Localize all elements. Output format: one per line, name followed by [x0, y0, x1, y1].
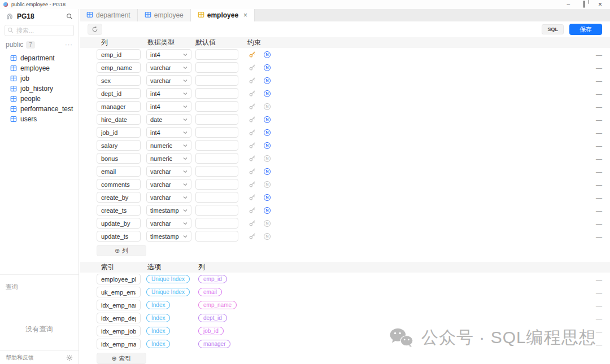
column-name-input[interactable]	[97, 231, 141, 242]
sql-button[interactable]: SQL	[542, 24, 564, 34]
index-name-input[interactable]	[97, 326, 141, 336]
primary-key-icon[interactable]	[249, 207, 256, 214]
refresh-button[interactable]	[88, 24, 102, 35]
tab-department-0[interactable]: department	[80, 9, 138, 21]
not-null-icon[interactable]: N	[264, 155, 271, 162]
column-type-select[interactable]: numeric	[146, 140, 191, 151]
not-null-icon[interactable]: N	[264, 220, 271, 227]
search-icon[interactable]	[66, 13, 73, 20]
index-column-tag[interactable]: emp_id	[198, 275, 227, 283]
primary-key-icon[interactable]	[249, 64, 256, 71]
tab-employee-1[interactable]: employee	[138, 9, 191, 21]
index-option-tag[interactable]: Index	[146, 340, 170, 348]
column-type-select[interactable]: varchar	[146, 62, 191, 73]
column-default-input[interactable]	[195, 75, 238, 86]
column-name-input[interactable]	[97, 75, 141, 86]
not-null-icon[interactable]: N	[264, 51, 271, 58]
not-null-icon[interactable]: N	[264, 77, 271, 84]
index-name-input[interactable]	[97, 300, 141, 310]
column-name-input[interactable]	[97, 62, 141, 73]
primary-key-icon[interactable]	[249, 220, 256, 227]
not-null-icon[interactable]: N	[264, 64, 271, 71]
index-name-input[interactable]	[97, 313, 141, 323]
not-null-icon[interactable]: N	[264, 90, 271, 97]
not-null-icon[interactable]: N	[264, 168, 271, 175]
column-type-select[interactable]: numeric	[146, 153, 191, 164]
column-name-input[interactable]	[97, 153, 141, 164]
column-default-input[interactable]	[195, 127, 238, 138]
restore-button[interactable]	[583, 2, 585, 7]
column-name-input[interactable]	[97, 101, 141, 112]
schema-row[interactable]: public 7 ···	[0, 40, 79, 50]
index-option-tag[interactable]: Index	[146, 314, 170, 322]
column-type-select[interactable]: varchar	[146, 166, 191, 177]
column-default-input[interactable]	[195, 140, 238, 151]
column-name-input[interactable]	[97, 88, 141, 99]
primary-key-icon[interactable]	[249, 51, 256, 58]
column-default-input[interactable]	[195, 205, 238, 216]
sidebar-item-people[interactable]: people	[0, 94, 79, 104]
column-default-input[interactable]	[195, 218, 238, 229]
column-default-input[interactable]	[195, 88, 238, 99]
column-default-input[interactable]	[195, 231, 238, 242]
not-null-icon[interactable]: N	[264, 116, 271, 123]
column-name-input[interactable]	[97, 49, 141, 60]
index-name-input[interactable]	[97, 339, 141, 349]
column-type-select[interactable]: varchar	[146, 179, 191, 190]
column-type-select[interactable]: varchar	[146, 218, 191, 229]
index-option-tag[interactable]: Index	[146, 301, 170, 309]
save-button[interactable]: 保存	[569, 24, 602, 35]
column-name-input[interactable]	[97, 140, 141, 151]
column-type-select[interactable]: int4	[146, 49, 191, 60]
column-name-input[interactable]	[97, 205, 141, 216]
column-default-input[interactable]	[195, 192, 238, 203]
index-column-tag[interactable]: job_id	[198, 327, 224, 335]
not-null-icon[interactable]: N	[264, 194, 271, 201]
primary-key-icon[interactable]	[249, 181, 256, 188]
column-type-select[interactable]: timestamp	[146, 205, 191, 216]
index-column-tag[interactable]: emp_name	[198, 301, 237, 309]
column-name-input[interactable]	[97, 114, 141, 125]
not-null-icon[interactable]: N	[264, 207, 271, 214]
column-type-select[interactable]: int4	[146, 88, 191, 99]
not-null-icon[interactable]: N	[264, 233, 271, 240]
primary-key-icon[interactable]	[249, 142, 256, 149]
index-column-tag[interactable]: dept_id	[198, 314, 227, 322]
primary-key-icon[interactable]	[249, 155, 256, 162]
column-type-select[interactable]: varchar	[146, 192, 191, 203]
connection-row[interactable]: PG18	[0, 9, 79, 24]
column-type-select[interactable]: timestamp	[146, 231, 191, 242]
sidebar-item-performance_test[interactable]: performance_test	[0, 104, 79, 114]
help-feedback-link[interactable]: 帮助和反馈	[6, 354, 34, 362]
column-default-input[interactable]	[195, 153, 238, 164]
column-type-select[interactable]: int4	[146, 127, 191, 138]
sidebar-item-job_history[interactable]: job_history	[0, 84, 79, 94]
primary-key-icon[interactable]	[249, 77, 256, 84]
column-type-select[interactable]: varchar	[146, 75, 191, 86]
not-null-icon[interactable]: N	[264, 103, 271, 110]
column-name-input[interactable]	[97, 166, 141, 177]
column-default-input[interactable]	[195, 62, 238, 73]
index-option-tag[interactable]: Unique Index	[146, 275, 190, 283]
primary-key-icon[interactable]	[249, 233, 256, 240]
column-type-select[interactable]: date	[146, 114, 191, 125]
sidebar-item-job[interactable]: job	[0, 73, 79, 84]
index-option-tag[interactable]: Unique Index	[146, 288, 190, 296]
minimize-button[interactable]: –	[567, 2, 570, 7]
tab-close-icon[interactable]: ×	[243, 11, 247, 19]
primary-key-icon[interactable]	[249, 116, 256, 123]
column-default-input[interactable]	[195, 49, 238, 60]
column-name-input[interactable]	[97, 179, 141, 190]
index-column-tag[interactable]: manager	[198, 340, 230, 348]
not-null-icon[interactable]: N	[264, 129, 271, 136]
sidebar-item-users[interactable]: users	[0, 114, 79, 124]
primary-key-icon[interactable]	[249, 168, 256, 175]
primary-key-icon[interactable]	[249, 129, 256, 136]
sidebar-item-department[interactable]: department	[0, 53, 79, 63]
index-option-tag[interactable]: Index	[146, 327, 170, 335]
column-default-input[interactable]	[195, 166, 238, 177]
index-name-input[interactable]	[97, 287, 141, 297]
primary-key-icon[interactable]	[249, 194, 256, 201]
column-name-input[interactable]	[97, 127, 141, 138]
more-options-icon[interactable]: ···	[65, 41, 73, 48]
